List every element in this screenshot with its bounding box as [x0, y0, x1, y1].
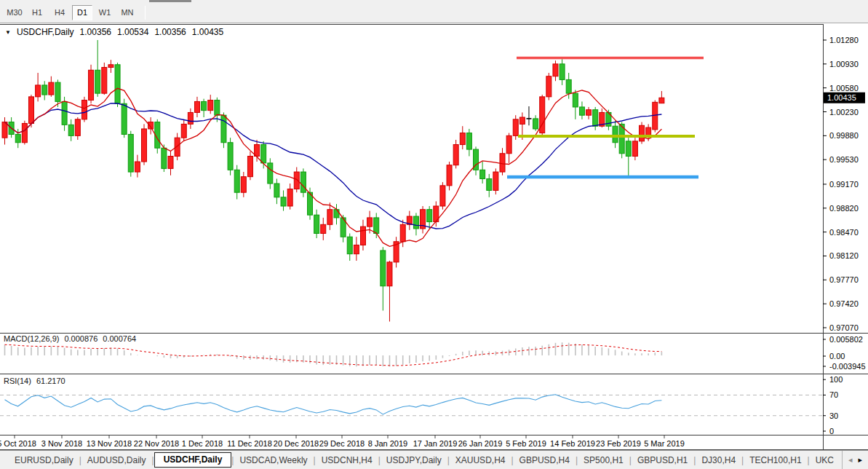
tab-usdcad-weekly[interactable]: USDCAD,Weekly [234, 452, 313, 468]
candle-body [208, 100, 213, 111]
candle-body [142, 129, 147, 162]
candle-body [202, 101, 207, 110]
symbol-tabs: EURUSD,Daily|AUDUSD,Daily|USDCHF,Daily|U… [0, 451, 841, 469]
chart-plot-area[interactable] [0, 24, 823, 333]
candle-body [49, 82, 54, 95]
candle-body [387, 262, 392, 286]
chart-close-value: 1.00435 [192, 27, 223, 37]
rsi-panel [0, 395, 823, 416]
tab-scroll-left-icon[interactable]: ◂ [848, 456, 853, 464]
candle-body [646, 127, 651, 135]
candle-body [188, 112, 193, 124]
candle-body [28, 97, 33, 124]
price-tick-label: 1.01280 [829, 36, 859, 44]
candle-body [102, 68, 107, 94]
rsi-value: 61.2170 [36, 377, 65, 385]
tab-scroll-controls: ◂ ▸ [842, 451, 868, 469]
date-tick-label: 11 Dec 2018 [227, 439, 272, 448]
date-tick-label: 5 Mar 2019 [644, 439, 685, 448]
candle-body [381, 251, 386, 286]
tab-audusd-daily[interactable]: AUDUSD,Daily [81, 452, 152, 468]
tab-usdjpy-daily[interactable]: USDJPY,Daily [381, 452, 447, 468]
rsi-axis-label: 70 [829, 390, 838, 399]
candle-body [294, 172, 299, 189]
date-tick-label: 26 Jan 2019 [458, 439, 503, 448]
tab-sp500-h1[interactable]: SP500,H1 [578, 452, 629, 468]
candle-body [500, 154, 505, 172]
candle-body [221, 115, 226, 143]
candle-body [506, 135, 511, 153]
candle-body [108, 65, 114, 68]
date-tick-label: 22 Nov 2018 [134, 439, 179, 448]
candle-body [334, 210, 339, 218]
price-tick-label: 0.99880 [829, 131, 859, 140]
candle-body [228, 143, 233, 170]
candle-body [148, 122, 154, 129]
candle-body [42, 85, 47, 95]
candle-body [162, 148, 167, 168]
candle-body [300, 172, 306, 192]
macd-main-value: 0.000876 [64, 334, 97, 343]
price-tick-label: 0.97770 [829, 275, 859, 284]
tab-usdcnh-h4[interactable]: USDCNH,H4 [316, 452, 378, 468]
macd-axis-label: 0.00 [829, 352, 845, 360]
candle-body [440, 186, 445, 206]
date-tick-label: 25 Oct 2018 [0, 439, 36, 448]
candle-body [400, 224, 405, 241]
candle-body [560, 64, 565, 80]
candle-body [533, 119, 538, 129]
candle-body [374, 218, 379, 234]
price-tick-label: 0.98470 [829, 228, 859, 237]
chart-high-value: 1.00534 [117, 27, 148, 37]
macd-signal-line [5, 344, 662, 366]
candle-body [68, 125, 73, 135]
candle-body [247, 156, 252, 176]
candle-body [553, 64, 558, 76]
candle-body [632, 141, 637, 157]
rsi-axis-label: 30 [829, 411, 838, 420]
tab-ukc[interactable]: UKC [810, 452, 840, 468]
candle-body [487, 178, 492, 190]
candle-body [287, 189, 292, 206]
candle-body [55, 82, 60, 101]
date-tick-label: 14 Feb 2019 [550, 439, 595, 448]
candle-body [181, 124, 186, 138]
price-tick-label: 0.98820 [829, 204, 859, 213]
tab-tech100-h1[interactable]: TECH100,H1 [744, 452, 807, 468]
candle-body [579, 107, 584, 115]
tab-eurusd-daily[interactable]: EURUSD,Daily [9, 452, 79, 468]
tab-dj30-h4[interactable]: DJ30,H4 [696, 452, 741, 468]
candle-body [626, 141, 631, 157]
candle-body [128, 134, 133, 172]
tab-gbpusd-h1[interactable]: GBPUSD,H1 [632, 452, 693, 468]
candle-body [519, 117, 525, 124]
candle-body [613, 126, 618, 143]
candle-body [81, 100, 87, 119]
price-tick-label: 0.97420 [829, 299, 859, 308]
tab-scroll-right-icon[interactable]: ▸ [858, 456, 862, 464]
rsi-axis-label: 100 [829, 375, 843, 384]
candle-body [640, 125, 645, 141]
candle-body [360, 226, 365, 245]
candle-body [347, 237, 352, 253]
chart-symbol-dropdown-icon[interactable]: ▼ [5, 29, 11, 36]
price-tick-label: 1.00930 [829, 60, 859, 68]
candle-body [493, 172, 498, 190]
chart-canvas[interactable]: 1.012801.009301.005801.002300.998800.995… [0, 0, 868, 469]
candle-body [513, 119, 518, 136]
candle-body [234, 170, 239, 192]
candle-body [22, 123, 27, 142]
candle-body [62, 101, 67, 125]
chart-low-value: 1.00356 [154, 27, 186, 37]
tab-xauusd-h4[interactable]: XAUUSD,H4 [450, 452, 511, 468]
rsi-axis-label: 0 [829, 427, 834, 436]
price-tick-label: 1.00230 [829, 108, 859, 117]
candle-body [413, 216, 418, 229]
candle-body [15, 134, 20, 142]
tab-usdchf-daily[interactable]: USDCHF,Daily [154, 452, 232, 468]
candle-body [89, 70, 94, 100]
candle-body [546, 76, 552, 97]
tab-gbpusd-h4[interactable]: GBPUSD,H4 [514, 452, 576, 468]
price-tick-label: 0.98120 [829, 251, 859, 260]
candle-body [466, 133, 471, 150]
